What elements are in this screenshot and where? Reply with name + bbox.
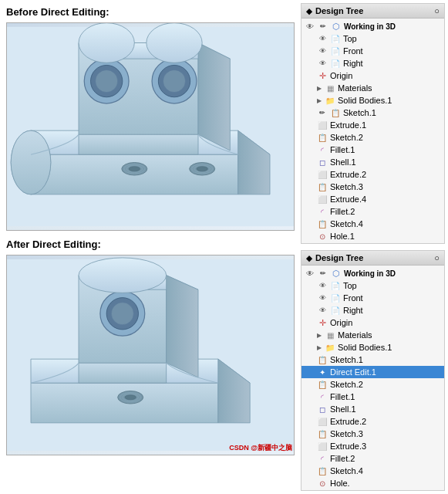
- design-tree-panel-2: ◆ Design Tree ○ 👁 ✏ ⬡ Working in 3D 👁 📄 …: [301, 250, 445, 491]
- design-tree-panel-1: ◆ Design Tree ○ 👁 ✏ ⬡ Working in 3D 👁 📄 …: [301, 3, 445, 244]
- tree-label-sketch4b: Sketch.4: [330, 466, 363, 475]
- eye-icon-right2: 👁: [317, 305, 328, 316]
- tree-label-front: Front: [343, 46, 363, 56]
- svg-point-23: [79, 258, 167, 293]
- tree-item-shell1[interactable]: ◻ Shell.1: [301, 156, 444, 168]
- svg-point-8: [163, 70, 186, 93]
- tree-item-top2[interactable]: 👁 📄 Top: [301, 279, 444, 292]
- tree-item-sketch1[interactable]: ✏ 📋 Sketch.1: [301, 107, 444, 119]
- doc-icon-right: 📄: [330, 58, 341, 69]
- origin-icon: ✛: [317, 70, 328, 81]
- tree-item-root[interactable]: 👁 ✏ ⬡ Working in 3D: [301, 20, 444, 32]
- tree-label-fillet1: Fillet.1: [330, 145, 355, 154]
- tree-item-front2[interactable]: 👁 📄 Front: [301, 292, 444, 304]
- tree-item-sketch1b[interactable]: 📋 Sketch.1: [301, 354, 444, 366]
- tree-item-top[interactable]: 👁 📄 Top: [301, 32, 444, 45]
- tree-item-sketch3[interactable]: 📋 Sketch.3: [301, 181, 444, 193]
- shell-icon-1: ◻: [317, 157, 328, 167]
- tree-item-extrude2[interactable]: ⬜ Extrude.2: [301, 168, 444, 181]
- tree-item-right[interactable]: 👁 📄 Right: [301, 57, 444, 69]
- tree-label-extrude1: Extrude.1: [330, 120, 366, 130]
- tree-item-extrude4[interactable]: ⬜ Extrude.4: [301, 193, 444, 205]
- design-tree-header-2: ◆ Design Tree ○: [301, 251, 444, 266]
- tree-label-sketch1b: Sketch.1: [330, 355, 363, 364]
- tree-item-materials[interactable]: ▶ ▦ Materials: [301, 82, 444, 94]
- direct-edit-icon: ✦: [317, 367, 328, 377]
- expand-solid: ▶: [317, 97, 323, 104]
- tree-item-sketch4[interactable]: 📋 Sketch.4: [301, 218, 444, 230]
- tree-item-materials2[interactable]: ▶ ▦ Materials: [301, 329, 444, 341]
- tree-item-sketch2[interactable]: 📋 Sketch.2: [301, 131, 444, 144]
- tree-item-origin[interactable]: ✛ Origin: [301, 69, 444, 82]
- dt-icon-1: ◆: [306, 7, 312, 15]
- sketch-icon-2: 📋: [317, 132, 328, 143]
- shell-icon-1b: ◻: [317, 404, 328, 414]
- svg-point-5: [96, 70, 118, 93]
- tree-label-root2: Working in 3D: [344, 269, 396, 278]
- eye-icon-right: 👁: [317, 58, 328, 69]
- tree-item-solid-bodies[interactable]: ▶ 📁 Solid Bodies.1: [301, 94, 444, 107]
- svg-point-9: [79, 23, 134, 63]
- doc-icon-top2: 📄: [330, 280, 341, 291]
- design-tree-header-1: ◆ Design Tree ○: [301, 4, 444, 19]
- tree-label-sketch4: Sketch.4: [330, 219, 363, 228]
- tree-item-hole-partial[interactable]: ⊙ Hole.: [301, 477, 444, 489]
- tree-item-extrude1[interactable]: ⬜ Extrude.1: [301, 119, 444, 131]
- tree-item-fillet1b[interactable]: ◜ Fillet.1: [301, 391, 444, 403]
- expand-materials2: ▶: [317, 332, 323, 339]
- tree-item-shell1b[interactable]: ◻ Shell.1: [301, 403, 444, 415]
- tree-label-solid: Solid Bodies.1: [338, 96, 392, 105]
- eye-icon-root2: 👁: [305, 268, 315, 279]
- materials-icon: ▦: [325, 83, 335, 93]
- doc-icon-top: 📄: [330, 33, 341, 44]
- tree-item-direct-edit[interactable]: ✦ Direct Edit.1: [301, 366, 444, 378]
- eye-icon-top2: 👁: [317, 280, 328, 291]
- extrude-icon-3b: ⬜: [317, 441, 328, 452]
- tree-label-right2: Right: [343, 306, 363, 315]
- materials-icon2: ▦: [325, 330, 335, 340]
- tree-label-root: Working in 3D: [344, 22, 396, 31]
- tree-item-right2[interactable]: 👁 📄 Right: [301, 304, 444, 316]
- sketch-icon-3: 📋: [317, 181, 328, 192]
- tree-label-extrude3b: Extrude.3: [330, 442, 366, 451]
- tree-item-front[interactable]: 👁 📄 Front: [301, 45, 444, 57]
- before-label: Before Direct Editing:: [6, 6, 295, 18]
- dt-title-2: Design Tree: [315, 253, 363, 262]
- tree-item-extrude2b[interactable]: ⬜ Extrude.2: [301, 415, 444, 428]
- tree-label-origin2: Origin: [330, 318, 352, 327]
- after-cad-view: CSDN @新疆中之脑: [6, 255, 295, 455]
- pencil2-icon: ✏: [317, 107, 328, 118]
- svg-point-18: [197, 167, 207, 171]
- right-panel: ◆ Design Tree ○ 👁 ✏ ⬡ Working in 3D 👁 📄 …: [301, 0, 448, 494]
- thread-icon-1: ⊛: [317, 243, 328, 244]
- tree-item-hole1[interactable]: ⊙ Hole.1: [301, 230, 444, 242]
- eye-icon-root: 👁: [305, 21, 315, 32]
- expand-solid2: ▶: [317, 344, 323, 351]
- tree-item-sketch2b[interactable]: 📋 Sketch.2: [301, 378, 444, 391]
- dt-icon-2: ◆: [306, 254, 312, 262]
- tree-label-sketch3b: Sketch.3: [330, 429, 363, 438]
- tree-label-shell1b: Shell.1: [330, 404, 356, 414]
- tree-item-solid-bodies2[interactable]: ▶ 📁 Solid Bodies.1: [301, 341, 444, 354]
- tree-label-front2: Front: [343, 293, 363, 303]
- dt-close-1[interactable]: ○: [434, 6, 440, 15]
- tree-item-origin2[interactable]: ✛ Origin: [301, 316, 444, 329]
- tree-item-root2[interactable]: 👁 ✏ ⬡ Working in 3D: [301, 267, 444, 279]
- tree-item-fillet2b[interactable]: ◜ Fillet.2: [301, 452, 444, 465]
- tree-item-sketch4b[interactable]: 📋 Sketch.4: [301, 465, 444, 477]
- watermark: CSDN @新疆中之脑: [229, 443, 292, 453]
- eye-icon-front: 👁: [317, 46, 328, 56]
- tree-item-extrude3b[interactable]: ⬜ Extrude.3: [301, 440, 444, 452]
- tree-item-fillet1[interactable]: ◜ Fillet.1: [301, 144, 444, 156]
- dt-close-2[interactable]: ○: [434, 253, 440, 262]
- tree-label-sketch2: Sketch.2: [330, 133, 363, 142]
- tree-label-materials: Materials: [338, 83, 372, 93]
- tree-item-sketch3b[interactable]: 📋 Sketch.3: [301, 428, 444, 440]
- tree-item-thread1[interactable]: ⊛ Thread.1: [301, 242, 444, 244]
- tree-label-direct-edit: Direct Edit.1: [330, 367, 376, 377]
- sketch-icon-3b: 📋: [317, 428, 328, 439]
- dt-header-left-1: ◆ Design Tree: [306, 6, 363, 15]
- tree-item-fillet2[interactable]: ◜ Fillet.2: [301, 205, 444, 218]
- fillet-icon-2: ◜: [317, 206, 328, 217]
- tree-label-fillet1b: Fillet.1: [330, 392, 355, 401]
